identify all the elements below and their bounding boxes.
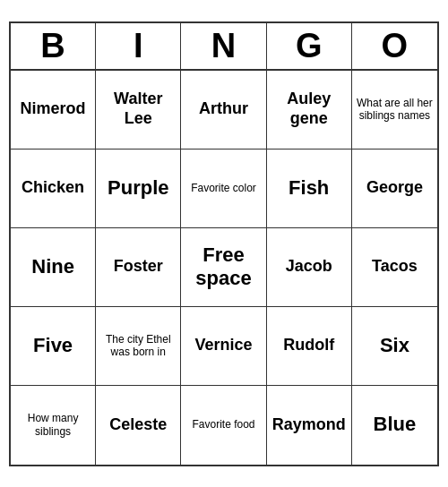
bingo-cell: Nine (11, 228, 96, 307)
bingo-cell: Vernice (181, 307, 266, 386)
bingo-cell: Free space (181, 228, 266, 307)
bingo-cell: Rudolf (267, 307, 352, 386)
bingo-cell: Auley gene (267, 71, 352, 150)
bingo-card: BINGO NimerodWalter LeeArthurAuley geneW… (9, 21, 439, 466)
header-letter: B (11, 23, 96, 69)
bingo-cell: Arthur (181, 71, 266, 150)
bingo-cell: Nimerod (11, 71, 96, 150)
header-letter: I (96, 23, 181, 69)
bingo-cell: Fish (267, 150, 352, 228)
bingo-grid: NimerodWalter LeeArthurAuley geneWhat ar… (11, 71, 437, 465)
header-letter: N (181, 23, 266, 69)
bingo-cell: Foster (96, 228, 181, 307)
bingo-cell: Walter Lee (96, 71, 181, 150)
bingo-cell: Celeste (96, 386, 181, 465)
bingo-cell: Six (352, 307, 437, 386)
bingo-cell: Jacob (267, 228, 352, 307)
bingo-cell: Blue (352, 386, 437, 465)
bingo-cell: Favorite food (181, 386, 266, 465)
header-letter: G (267, 23, 352, 69)
bingo-cell: George (352, 150, 437, 228)
bingo-cell: What are all her siblings names (352, 71, 437, 150)
bingo-header: BINGO (11, 23, 437, 71)
bingo-cell: Chicken (11, 150, 96, 228)
bingo-cell: The city Ethel was born in (96, 307, 181, 386)
bingo-cell: Raymond (267, 386, 352, 465)
bingo-cell: How many siblings (11, 386, 96, 465)
header-letter: O (352, 23, 437, 69)
bingo-cell: Purple (96, 150, 181, 228)
bingo-cell: Tacos (352, 228, 437, 307)
bingo-cell: Five (11, 307, 96, 386)
bingo-cell: Favorite color (181, 150, 266, 228)
